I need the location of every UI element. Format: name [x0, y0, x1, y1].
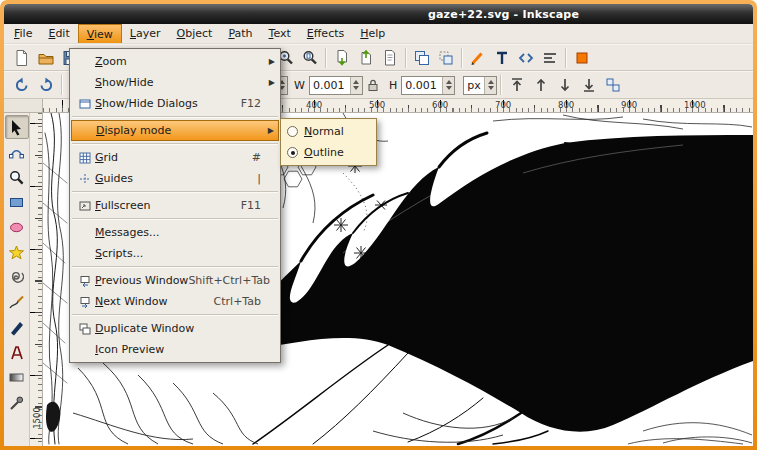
hruler-number: 700 [495, 100, 511, 110]
rotate-ccw-icon[interactable] [10, 73, 34, 97]
height-field[interactable]: 0.001 [401, 76, 455, 95]
menu-item-icon-preview[interactable]: Icon Preview [71, 339, 279, 360]
radio-unselected-icon[interactable] [287, 126, 298, 137]
calligraphy-tool[interactable] [5, 315, 29, 339]
window-title: gaze+22.svg - Inkscape [428, 8, 579, 21]
zoom-tool[interactable] [5, 165, 29, 189]
import-document-icon[interactable] [330, 46, 354, 70]
units-value[interactable]: px [464, 79, 484, 92]
menu-effects[interactable]: Effects [299, 24, 352, 43]
menu-edit[interactable]: Edit [40, 24, 77, 43]
width-value[interactable]: 0.001 [310, 79, 350, 92]
hruler-number: 600 [432, 100, 448, 110]
group-icon[interactable] [601, 73, 625, 97]
height-label: H [389, 79, 397, 92]
vertical-ruler[interactable]: 1500 [30, 113, 43, 446]
toolbar-separator [405, 48, 407, 68]
lower-icon[interactable] [553, 73, 577, 97]
menu-item-guides[interactable]: Guides | [71, 168, 279, 189]
view-menu-popup: Zoom ▶ Show/Hide ▶ Show/Hide Dialogs F12… [69, 48, 281, 363]
gradient-tool[interactable] [5, 365, 29, 389]
dropper-tool[interactable] [5, 390, 29, 414]
submenu-item-outline[interactable]: Outline [283, 142, 374, 163]
toolbar-separator [61, 75, 63, 95]
text-icon[interactable] [490, 46, 514, 70]
fullscreen-icon [75, 200, 95, 212]
menu-item-scripts[interactable]: Scripts... [71, 243, 279, 264]
raise-icon[interactable] [529, 73, 553, 97]
duplicate-icon[interactable] [410, 46, 434, 70]
height-value[interactable]: 0.001 [402, 79, 442, 92]
raise-to-top-icon[interactable] [505, 73, 529, 97]
clone-icon[interactable] [434, 46, 458, 70]
document-properties-icon[interactable] [378, 46, 402, 70]
menu-separator [72, 218, 278, 220]
submenu-arrow-icon: ▶ [264, 126, 274, 135]
hruler-number: 900 [621, 100, 637, 110]
menu-object[interactable]: Object [169, 24, 221, 43]
spiral-tool[interactable] [5, 265, 29, 289]
pencil-tool[interactable] [5, 290, 29, 314]
next-window-icon [75, 296, 95, 308]
ellipse-tool[interactable] [5, 215, 29, 239]
submenu-item-normal[interactable]: Normal [283, 121, 374, 142]
menu-item-grid[interactable]: Grid # [71, 147, 279, 168]
menu-item-fullscreen[interactable]: Fullscreen F11 [71, 195, 279, 216]
window-inner: gaze+22.svg - Inkscape File Edit View La… [4, 4, 753, 446]
star-tool[interactable] [5, 240, 29, 264]
width-label: W [294, 79, 305, 92]
toolbar-separator [325, 48, 327, 68]
menu-layer[interactable]: Layer [122, 24, 169, 43]
menu-item-previous-window[interactable]: Previous Window Shift+Ctrl+Tab [71, 270, 279, 291]
toolbar-separator [500, 75, 502, 95]
open-folder-icon[interactable] [34, 46, 58, 70]
menu-text[interactable]: Text [261, 24, 299, 43]
node-tool[interactable] [5, 140, 29, 164]
menu-item-zoom[interactable]: Zoom ▶ [71, 51, 279, 72]
hruler-number: 400 [306, 100, 322, 110]
toolbar-separator [565, 48, 567, 68]
lock-ratio-icon[interactable] [363, 73, 383, 97]
menu-item-show-hide-dialogs[interactable]: Show/Hide Dialogs F12 [71, 93, 279, 114]
menu-view[interactable]: View [78, 24, 122, 43]
submenu-arrow-icon: ▶ [265, 78, 275, 87]
menu-item-duplicate-window[interactable]: Duplicate Window [71, 318, 279, 339]
rotate-cw-icon[interactable] [34, 73, 58, 97]
spinner-icon[interactable] [442, 77, 454, 94]
xml-editor-icon[interactable] [514, 46, 538, 70]
fill-stroke-icon[interactable] [570, 46, 594, 70]
lower-to-bottom-icon[interactable] [577, 73, 601, 97]
vruler-number: 1500 [32, 407, 42, 429]
hruler-number: 800 [558, 100, 574, 110]
units-select[interactable]: px [463, 76, 497, 95]
spinner-icon[interactable] [484, 77, 496, 94]
menu-help[interactable]: Help [352, 24, 393, 43]
display-mode-submenu: Normal Outline [280, 118, 377, 166]
menu-separator [72, 143, 278, 145]
menu-separator [72, 116, 278, 118]
menubar: File Edit View Layer Object Path Text Ef… [4, 24, 753, 44]
new-document-icon[interactable] [10, 46, 34, 70]
text-tool[interactable] [5, 340, 29, 364]
spinner-icon[interactable] [350, 77, 362, 94]
radio-selected-icon[interactable] [287, 147, 298, 158]
rectangle-tool[interactable] [5, 190, 29, 214]
zoom-page-icon[interactable] [298, 46, 322, 70]
export-document-icon[interactable] [354, 46, 378, 70]
submenu-arrow-icon: ▶ [265, 57, 275, 66]
menu-item-show-hide[interactable]: Show/Hide ▶ [71, 72, 279, 93]
menu-path[interactable]: Path [220, 24, 260, 43]
menu-file[interactable]: File [6, 24, 40, 43]
titlebar[interactable]: gaze+22.svg - Inkscape [4, 4, 753, 24]
edit-pencil-icon[interactable] [466, 46, 490, 70]
menu-separator [72, 266, 278, 268]
menu-separator [72, 314, 278, 316]
align-icon[interactable] [538, 46, 562, 70]
grid-icon [75, 152, 95, 164]
select-tool[interactable] [5, 115, 29, 139]
menu-item-next-window[interactable]: Next Window Ctrl+Tab [71, 291, 279, 312]
width-field[interactable]: 0.001 [309, 76, 363, 95]
menu-item-messages[interactable]: Messages... [71, 222, 279, 243]
menu-item-display-mode[interactable]: Display mode ▶ [71, 120, 279, 141]
toolbar-separator [461, 48, 463, 68]
